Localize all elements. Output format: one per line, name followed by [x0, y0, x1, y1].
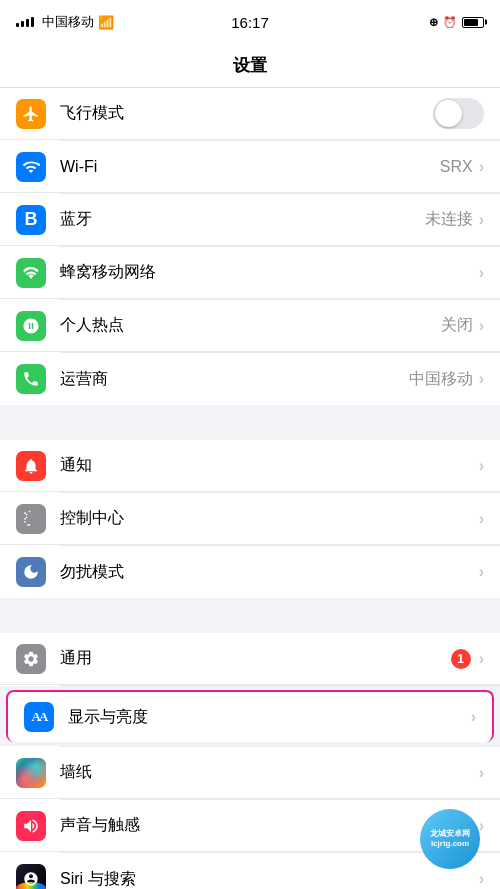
general-icon [16, 644, 46, 674]
network-section: 飞行模式 Wi-Fi SRX › B 蓝牙 未连接 › 蜂窝移动网络 › [0, 88, 500, 405]
bluetooth-chevron: › [479, 211, 484, 229]
alarm-icon: ⏰ [443, 16, 457, 29]
general-row[interactable]: 通用 1 › [0, 633, 500, 685]
carrier-icon [16, 364, 46, 394]
display-icon: AA [24, 702, 54, 732]
control-center-chevron: › [479, 510, 484, 528]
wallpaper-row[interactable]: 墙纸 › [0, 747, 500, 799]
wifi-value: SRX [440, 158, 473, 176]
carrier-chevron: › [479, 370, 484, 388]
hotspot-chevron: › [479, 317, 484, 335]
hotspot-label: 个人热点 [60, 315, 441, 336]
control-center-row[interactable]: 控制中心 › [0, 493, 500, 545]
notifications-section: 通知 › 控制中心 › 勿扰模式 › [0, 440, 500, 598]
dnd-label: 勿扰模式 [60, 562, 479, 583]
control-center-icon [16, 504, 46, 534]
page-title: 设置 [233, 54, 267, 77]
dnd-row[interactable]: 勿扰模式 › [0, 546, 500, 598]
sound-icon [16, 811, 46, 841]
hotspot-row[interactable]: 个人热点 关闭 › [0, 300, 500, 352]
signal-bar-3 [26, 19, 29, 27]
siri-label: Siri 与搜索 [60, 869, 479, 890]
signal-bar-2 [21, 21, 24, 27]
dnd-icon [16, 557, 46, 587]
control-center-label: 控制中心 [60, 508, 479, 529]
wallpaper-label: 墙纸 [60, 762, 479, 783]
signal-bars [16, 17, 34, 27]
status-time: 16:17 [231, 14, 269, 31]
cellular-row[interactable]: 蜂窝移动网络 › [0, 247, 500, 299]
aa-text: AA [32, 709, 47, 725]
hotspot-value: 关闭 [441, 315, 473, 336]
sound-label: 声音与触感 [60, 815, 479, 836]
general-badge: 1 [451, 649, 471, 669]
airplane-mode-icon [16, 99, 46, 129]
bluetooth-row[interactable]: B 蓝牙 未连接 › [0, 194, 500, 246]
status-left: 中国移动 📶 [16, 13, 114, 31]
carrier-row[interactable]: 运营商 中国移动 › [0, 353, 500, 405]
highlight-wrapper: AA 显示与亮度 › [0, 686, 500, 746]
battery-icon [462, 17, 484, 28]
display-chevron: › [471, 708, 476, 726]
cellular-icon [16, 258, 46, 288]
wifi-status-icon: 📶 [98, 15, 114, 30]
nav-title-bar: 设置 [0, 44, 500, 88]
dnd-chevron: › [479, 563, 484, 581]
group-gap-1 [0, 405, 500, 440]
carrier-value: 中国移动 [409, 369, 473, 390]
notifications-icon [16, 451, 46, 481]
status-bar: 中国移动 📶 16:17 ⊕ ⏰ [0, 0, 500, 44]
bluetooth-label: 蓝牙 [60, 209, 425, 230]
wallpaper-icon [16, 758, 46, 788]
bluetooth-value: 未连接 [425, 209, 473, 230]
bluetooth-icon: B [16, 205, 46, 235]
watermark-text: 龙城安卓网lcjrtg.com [430, 829, 470, 848]
hotspot-icon [16, 311, 46, 341]
cellular-chevron: › [479, 264, 484, 282]
carrier-label: 运营商 [60, 369, 409, 390]
wifi-row[interactable]: Wi-Fi SRX › [0, 141, 500, 193]
airplane-mode-row[interactable]: 飞行模式 [0, 88, 500, 140]
wifi-icon [16, 152, 46, 182]
battery-fill [464, 19, 478, 26]
notifications-label: 通知 [60, 455, 479, 476]
airplane-mode-label: 飞行模式 [60, 103, 425, 124]
location-icon: ⊕ [429, 16, 438, 29]
cellular-label: 蜂窝移动网络 [60, 262, 479, 283]
wifi-chevron: › [479, 158, 484, 176]
siri-icon [16, 864, 46, 889]
status-right: ⊕ ⏰ [429, 16, 484, 29]
toggle-knob [435, 100, 462, 127]
watermark: 龙城安卓网lcjrtg.com [420, 809, 490, 879]
signal-bar-4 [31, 17, 34, 27]
general-label: 通用 [60, 648, 451, 669]
general-chevron: › [479, 650, 484, 668]
display-label: 显示与亮度 [68, 707, 471, 728]
wifi-label: Wi-Fi [60, 158, 440, 176]
notifications-chevron: › [479, 457, 484, 475]
display-row[interactable]: AA 显示与亮度 › [6, 690, 494, 742]
carrier-label: 中国移动 [42, 13, 94, 31]
wallpaper-chevron: › [479, 764, 484, 782]
airplane-mode-toggle[interactable] [433, 98, 484, 129]
watermark-logo: 龙城安卓网lcjrtg.com [420, 809, 480, 869]
signal-bar-1 [16, 23, 19, 27]
group-gap-2 [0, 598, 500, 633]
notifications-row[interactable]: 通知 › [0, 440, 500, 492]
